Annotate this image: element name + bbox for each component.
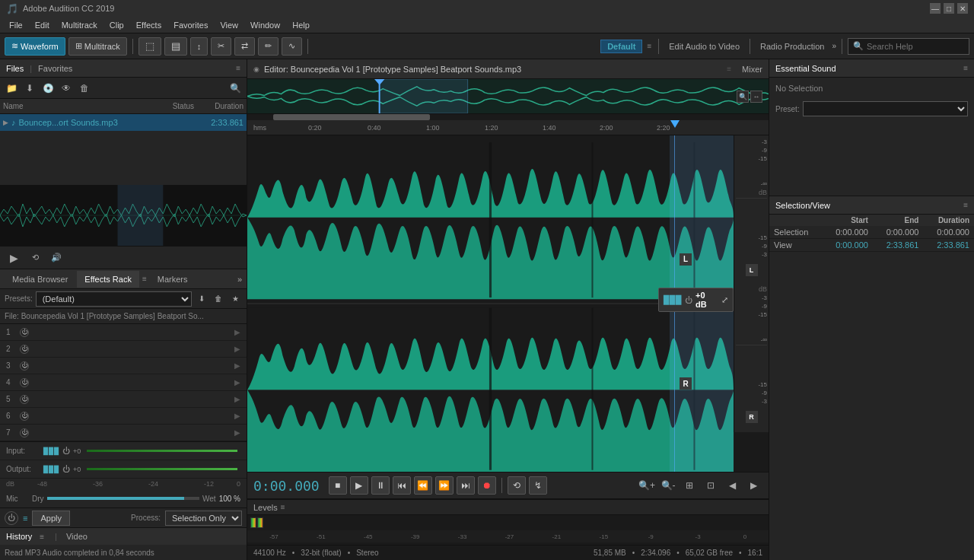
save-preset-button[interactable]: ⬇	[195, 292, 208, 306]
loop-button[interactable]: ⟲	[508, 476, 526, 495]
effect-expand-3[interactable]: ▶	[234, 361, 240, 370]
tab-favorites[interactable]: Favorites	[38, 64, 72, 73]
sv-menu-icon[interactable]: ≡	[963, 201, 968, 209]
horizontal-scrollbar[interactable]	[247, 114, 769, 120]
menu-favorites[interactable]: Favorites	[167, 19, 214, 31]
mini-waveform[interactable]: 🔍 ↔	[247, 79, 769, 114]
r-channel-label[interactable]: R	[680, 377, 692, 390]
l-channel-label[interactable]: L	[680, 253, 692, 266]
apply-button[interactable]: Apply	[32, 511, 70, 526]
effect-expand-7[interactable]: ▶	[234, 428, 240, 437]
marquee-tool[interactable]: ⬚	[138, 37, 161, 56]
effect-expand-5[interactable]: ▶	[234, 395, 240, 403]
waveform-area[interactable]: ▉▉▉ ⏻ +0 dB ⤢ L R	[247, 135, 769, 472]
maximize-button[interactable]: □	[944, 3, 954, 14]
record-button[interactable]: ⏺	[478, 476, 496, 495]
zoom-in-button[interactable]: 🔍+	[638, 476, 656, 495]
scroll-overview[interactable]: ↔	[750, 91, 762, 103]
menu-effects[interactable]: Effects	[130, 19, 167, 31]
search-box[interactable]: 🔍	[848, 38, 969, 55]
workspace-label[interactable]: Default	[600, 40, 642, 53]
star-preset-button[interactable]: ★	[228, 292, 242, 306]
timeline-ruler[interactable]: hms 0:20 0:40 1:00 1:20 1:40 2:00 2:20	[247, 120, 769, 135]
sv-row-view-dur[interactable]: 2:33.861	[923, 239, 974, 252]
time-selection-tool[interactable]: ▤	[164, 37, 187, 56]
file-item-0[interactable]: ▶ ♪ Bouncep...ort Sounds.mp3 2:33.861	[0, 114, 247, 131]
history-menu-icon[interactable]: ≡	[40, 533, 44, 541]
multitrack-button[interactable]: ⊞ Multitrack	[68, 37, 127, 56]
hybrid-tool[interactable]: ∿	[282, 37, 302, 56]
preset-select[interactable]	[803, 101, 968, 116]
tab-files[interactable]: Files	[6, 64, 24, 73]
effect-power-1[interactable]: ⏻	[20, 328, 29, 337]
zoom-out-button[interactable]: 🔍-	[659, 476, 677, 495]
menu-help[interactable]: Help	[286, 19, 316, 31]
effect-power-6[interactable]: ⏻	[20, 412, 29, 421]
zoom-full-button[interactable]: ⊡	[702, 476, 720, 495]
pencil-tool[interactable]: ✏	[258, 37, 279, 56]
sv-row-sel-start[interactable]: 0:00.000	[822, 226, 873, 239]
effect-expand-1[interactable]: ▶	[234, 328, 240, 336]
volume-expand-icon[interactable]: ⤢	[721, 295, 728, 305]
edit-audio-label[interactable]: Edit Audio to Video	[664, 42, 744, 51]
move-tool[interactable]: ↕	[190, 37, 208, 56]
menu-edit[interactable]: Edit	[29, 19, 56, 31]
mix-button[interactable]: ↯	[529, 476, 547, 495]
to-end-button[interactable]: ⏭	[457, 476, 475, 495]
files-menu-icon[interactable]: ≡	[236, 64, 240, 72]
tab-effects-rack[interactable]: Effects Rack	[77, 271, 139, 288]
effect-power-5[interactable]: ⏻	[20, 395, 29, 404]
tab-media-browser[interactable]: Media Browser	[5, 271, 75, 288]
sv-row-view-start[interactable]: 0:00.000	[822, 239, 873, 252]
effect-power-3[interactable]: ⏻	[20, 361, 29, 371]
slip-tool[interactable]: ⇄	[234, 37, 255, 56]
rewind-button[interactable]: ⏪	[414, 476, 432, 495]
effects-power-button[interactable]: ⏻	[5, 511, 18, 525]
close-button[interactable]: ✕	[957, 3, 968, 14]
search-input[interactable]	[867, 42, 958, 51]
waveform-button[interactable]: ≋ Waveform	[5, 37, 65, 56]
minimize-button[interactable]: —	[930, 3, 941, 14]
reveal-button[interactable]: 👁	[58, 81, 75, 96]
wet-dry-slider[interactable]	[47, 497, 199, 500]
play-preview-button[interactable]: ▶	[6, 250, 21, 266]
menu-window[interactable]: Window	[244, 19, 286, 31]
zoom-in-overview[interactable]: 🔍	[737, 91, 749, 103]
r-label-right[interactable]: R	[746, 411, 758, 423]
delete-button[interactable]: 🗑	[76, 81, 93, 96]
tab-history[interactable]: History	[6, 532, 32, 541]
playhead[interactable]	[670, 120, 680, 128]
sv-row-sel-end[interactable]: 0:00.000	[873, 226, 924, 239]
effect-power-4[interactable]: ⏻	[20, 378, 29, 387]
expand-panels-button[interactable]: »	[237, 275, 242, 284]
delete-preset-button[interactable]: 🗑	[212, 292, 225, 306]
loop-preview-button[interactable]: ⟲	[27, 250, 43, 266]
menu-clip[interactable]: Clip	[103, 19, 130, 31]
new-folder-button[interactable]: 📁	[3, 81, 20, 96]
pause-button[interactable]: ⏸	[371, 476, 390, 495]
effect-power-7[interactable]: ⏻	[20, 428, 29, 438]
import-cd-button[interactable]: 💿	[40, 81, 56, 96]
play-button[interactable]: ▶	[350, 476, 368, 495]
expand-workspaces-icon[interactable]: »	[832, 42, 836, 50]
effect-power-2[interactable]: ⏻	[20, 345, 29, 354]
tab-markers[interactable]: Markers	[150, 271, 196, 288]
scroll-left-button[interactable]: ◀	[723, 476, 741, 495]
menu-multitrack[interactable]: Multitrack	[56, 19, 103, 31]
editor-menu-icon[interactable]: ≡	[727, 65, 731, 73]
razor-tool[interactable]: ✂	[211, 37, 231, 56]
l-label-right[interactable]: L	[746, 264, 758, 276]
waveform-canvas-area[interactable]: ▉▉▉ ⏻ +0 dB ⤢ L R	[247, 135, 734, 472]
search-files-button[interactable]: 🔍	[227, 81, 244, 96]
effects-list-icon[interactable]: ≡	[23, 514, 27, 523]
effect-expand-4[interactable]: ▶	[234, 378, 240, 387]
scroll-right-button[interactable]: ▶	[744, 476, 762, 495]
to-start-button[interactable]: ⏮	[393, 476, 411, 495]
zoom-to-selection-button[interactable]: ⊞	[680, 476, 699, 495]
tab-video[interactable]: Video	[66, 532, 88, 541]
sv-row-view-end[interactable]: 2:33.861	[873, 239, 924, 252]
stop-button[interactable]: ■	[329, 476, 347, 495]
import-button[interactable]: ⬇	[21, 81, 38, 96]
sv-row-sel-dur[interactable]: 0:00.000	[923, 226, 974, 239]
workspace-menu-icon[interactable]: ≡	[647, 42, 651, 50]
